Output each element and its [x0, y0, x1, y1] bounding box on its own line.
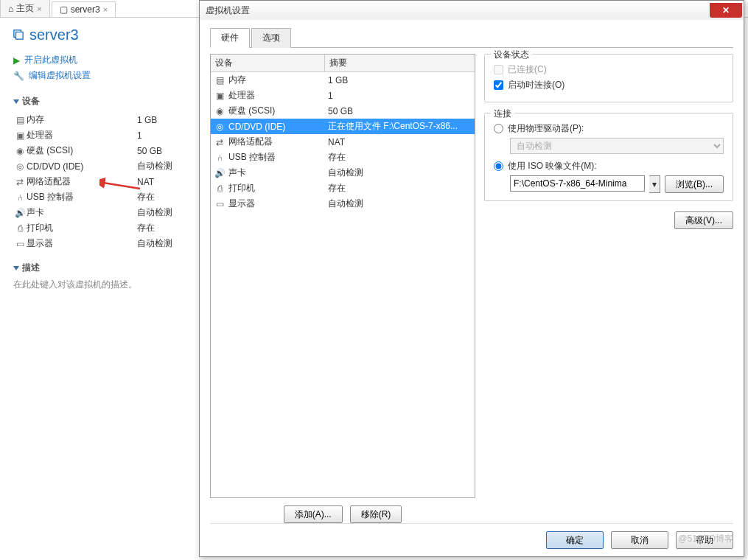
- iso-row: ▾ 浏览(B)...: [510, 175, 724, 193]
- close-button[interactable]: ✕: [710, 3, 742, 18]
- dialog-body: 硬件 选项 设备 摘要 ▤内存1 GB▣处理器1◉硬盘 (SCSI)50 GB◎…: [200, 20, 744, 556]
- ok-button[interactable]: 确定: [546, 531, 604, 549]
- col-device: 设备: [211, 55, 325, 71]
- tab-home[interactable]: ⌂ 主页 ×: [0, 0, 50, 17]
- use-iso-radio[interactable]: [494, 161, 503, 171]
- hardware-row[interactable]: ⎙打印机存在: [211, 181, 475, 196]
- device-name: 内存: [27, 113, 137, 126]
- edit-settings-label: 编辑虚拟机设置: [29, 69, 91, 82]
- advanced-button[interactable]: 高级(V)...: [674, 211, 733, 229]
- dialog-titlebar[interactable]: 虚拟机设置 ✕: [200, 1, 744, 20]
- hardware-name: CD/DVD (IDE): [228, 122, 285, 132]
- wrench-icon: 🔧: [13, 71, 24, 81]
- cpu-icon: ▣: [13, 130, 27, 141]
- device-name: USB 控制器: [27, 191, 137, 203]
- hardware-name: 网络适配器: [228, 136, 273, 148]
- hardware-row[interactable]: ▭显示器自动检测: [211, 196, 475, 211]
- iso-path-input[interactable]: [510, 175, 645, 192]
- dialog-title: 虚拟机设置: [206, 4, 250, 17]
- watermark: @51CTO博客: [678, 533, 733, 545]
- connected-label: 已连接(C): [508, 63, 547, 76]
- tab-options[interactable]: 选项: [251, 28, 291, 48]
- hardware-row[interactable]: ⇄网络适配器NAT: [211, 134, 475, 150]
- add-hardware-button[interactable]: 添加(A)...: [284, 505, 343, 523]
- hardware-summary: 存在: [328, 151, 472, 164]
- tab-hardware[interactable]: 硬件: [210, 28, 250, 48]
- device-value: 自动检测: [137, 237, 172, 250]
- physical-drive-select: 自动检测: [510, 138, 724, 154]
- close-icon: ✕: [722, 5, 730, 15]
- device-value: 自动检测: [137, 206, 172, 219]
- sound-icon: 🔊: [214, 168, 226, 178]
- hardware-row[interactable]: 🔊声卡自动检测: [211, 165, 475, 181]
- advanced-row: 高级(V)...: [484, 211, 733, 229]
- hardware-summary: NAT: [328, 137, 472, 147]
- dropdown-icon[interactable]: ▾: [649, 175, 660, 193]
- use-physical-radio[interactable]: [494, 124, 503, 133]
- hardware-listbox[interactable]: 设备 摘要 ▤内存1 GB▣处理器1◉硬盘 (SCSI)50 GB◎CD/DVD…: [210, 54, 475, 498]
- vm-name: server3: [29, 27, 79, 43]
- device-value: 1 GB: [137, 115, 157, 125]
- hardware-row[interactable]: ◎CD/DVD (IDE)正在使用文件 F:\CentOS-7-x86...: [211, 119, 475, 134]
- hardware-name: 声卡: [228, 167, 246, 179]
- play-icon: ▶: [13, 55, 20, 66]
- hardware-summary: 1: [328, 91, 472, 101]
- devices-title: 设备: [22, 95, 40, 108]
- device-name: 处理器: [27, 129, 137, 141]
- use-physical-label: 使用物理驱动器(P):: [508, 122, 584, 135]
- chevron-down-icon: [13, 266, 19, 270]
- svg-rect-1: [16, 32, 24, 40]
- device-value: 存在: [137, 222, 155, 234]
- memory-icon: ▤: [13, 115, 27, 125]
- use-physical-radio-row[interactable]: 使用物理驱动器(P):: [494, 122, 724, 135]
- cpu-icon: ▣: [214, 91, 226, 101]
- use-iso-radio-row[interactable]: 使用 ISO 映像文件(M):: [494, 160, 724, 172]
- chevron-down-icon: [13, 99, 19, 104]
- hardware-right-pane: 设备状态 已连接(C) 启动时连接(O) 连接 使用物理驱动器(P):: [484, 54, 733, 523]
- device-value: 1: [137, 130, 142, 141]
- hardware-row[interactable]: ▤内存1 GB: [211, 72, 475, 88]
- description-title: 描述: [22, 262, 40, 274]
- connection-legend: 连接: [491, 108, 514, 120]
- device-value: 自动检测: [137, 160, 172, 172]
- tab-server3[interactable]: ▢ server3 ×: [52, 1, 116, 17]
- device-value: 存在: [137, 191, 155, 203]
- hardware-row[interactable]: ▣处理器1: [211, 88, 475, 103]
- tab-server3-label: server3: [71, 4, 100, 15]
- dialog-tabs: 硬件 选项: [210, 27, 733, 48]
- device-value: 50 GB: [137, 146, 162, 156]
- hardware-summary: 50 GB: [328, 106, 472, 116]
- connected-checkbox-row[interactable]: 已连接(C): [494, 63, 724, 76]
- usb-icon: ⑃: [214, 153, 226, 163]
- device-name: CD/DVD (IDE): [27, 161, 137, 172]
- device-name: 声卡: [27, 206, 137, 219]
- net-icon: ⇄: [214, 137, 226, 147]
- device-name: 硬盘 (SCSI): [27, 144, 137, 157]
- hardware-summary: 自动检测: [328, 167, 472, 179]
- connect-at-poweron-checkbox[interactable]: [494, 80, 503, 90]
- cd-icon: ◎: [13, 161, 27, 172]
- device-status-legend: 设备状态: [491, 49, 532, 61]
- hardware-name: 处理器: [228, 89, 255, 102]
- remove-hardware-button[interactable]: 移除(R): [350, 505, 402, 523]
- cancel-button[interactable]: 取消: [611, 531, 668, 549]
- close-icon[interactable]: ×: [37, 4, 41, 13]
- connect-at-poweron-row[interactable]: 启动时连接(O): [494, 79, 724, 91]
- hardware-name: 硬盘 (SCSI): [228, 105, 275, 117]
- disk-icon: ◉: [214, 106, 226, 116]
- browse-button[interactable]: 浏览(B)...: [665, 175, 724, 193]
- home-icon: ⌂: [8, 4, 13, 14]
- hardware-summary: 1 GB: [328, 75, 472, 85]
- device-name: 打印机: [27, 222, 137, 234]
- tab-hardware-label: 硬件: [221, 32, 239, 43]
- col-summary: 摘要: [325, 55, 475, 71]
- hardware-row[interactable]: ◉硬盘 (SCSI)50 GB: [211, 103, 475, 119]
- sound-icon: 🔊: [13, 208, 27, 218]
- hardware-name: 显示器: [228, 197, 255, 210]
- hardware-row[interactable]: ⑃USB 控制器存在: [211, 150, 475, 165]
- dialog-content: 设备 摘要 ▤内存1 GB▣处理器1◉硬盘 (SCSI)50 GB◎CD/DVD…: [210, 48, 733, 523]
- physical-drive-dropdown: 自动检测: [510, 138, 724, 154]
- hardware-summary: 自动检测: [328, 197, 472, 210]
- close-icon[interactable]: ×: [103, 5, 108, 14]
- net-icon: ⇄: [13, 177, 27, 187]
